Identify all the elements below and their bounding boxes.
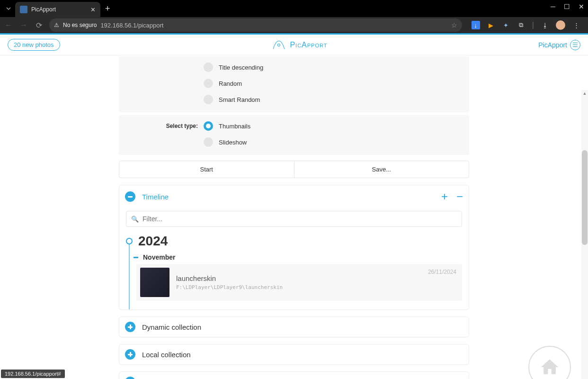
radio-icon[interactable] <box>204 137 213 147</box>
timeline-filter[interactable]: 🔍 <box>126 211 462 227</box>
hamburger-icon <box>570 40 580 50</box>
dynamic-collection-section: Dynamic collection <box>119 316 469 337</box>
home-fab-button[interactable] <box>528 346 571 379</box>
year-dot-icon <box>126 238 133 244</box>
browser-menu-icon[interactable]: ⋮ <box>572 21 580 29</box>
section-header[interactable]: Local collection <box>119 344 469 364</box>
filter-input[interactable] <box>143 215 457 223</box>
reload-button[interactable]: ⟳ <box>34 21 44 30</box>
back-button[interactable]: ← <box>4 21 13 29</box>
svg-point-0 <box>278 44 280 46</box>
month-label: November <box>143 253 175 261</box>
sort-option-label: Random <box>219 80 242 87</box>
tab-row: PicApport ✕ + ─ ☐ ✕ <box>0 0 588 17</box>
sort-option-label: Smart Random <box>219 96 260 103</box>
select-type-option-label: Thumbnails <box>219 123 250 130</box>
extension-icons: ↓ ▶ ✦ ⧉ | ⭳ ⋮ <box>468 20 584 30</box>
status-bar: 192.168.56.1/picapport# <box>1 370 65 378</box>
select-type-option-label: Slideshow <box>219 139 247 146</box>
radio-icon[interactable] <box>204 79 213 88</box>
timeline-header-actions: + − <box>441 190 463 203</box>
extension-download-manager-icon[interactable]: ↓ <box>472 21 480 29</box>
expand-icon[interactable] <box>125 322 135 332</box>
year-label: 2024 <box>138 234 168 249</box>
browser-tab[interactable]: PicApport ✕ <box>15 2 100 17</box>
home-icon <box>539 357 560 378</box>
sort-option-row[interactable]: Title descending <box>119 59 469 75</box>
forward-button[interactable]: → <box>19 21 28 29</box>
sort-options-panel: Title descending Random Smart Random <box>119 56 469 112</box>
timeline-body: 2024 November launcherskin F:\LDPlayer\L… <box>119 232 469 309</box>
entry-title: launcherskin <box>176 274 283 282</box>
month-tick-icon <box>134 257 138 258</box>
extensions-menu-icon[interactable]: ⧉ <box>517 21 526 29</box>
extension-generic-icon[interactable]: ✦ <box>502 21 510 29</box>
section-title: Dynamic collection <box>142 323 201 331</box>
timeline-section: Timeline + − 🔍 2024 November <box>119 185 469 310</box>
timeline-title: Timeline <box>142 193 169 201</box>
navigation-row: ← → ⟳ ⚠ No es seguro 192.168.56.1/picapp… <box>0 17 588 33</box>
minimize-button[interactable]: ─ <box>551 3 555 10</box>
entry-path: F:\LDPlayer\LDPlayer9\launcherskin <box>176 284 283 290</box>
collapse-icon[interactable] <box>125 191 135 202</box>
timeline-add-button[interactable]: + <box>441 190 448 203</box>
keywords-section: Keywords <box>119 371 469 379</box>
tab-title: PicApport <box>31 6 87 13</box>
sort-option-row[interactable]: Smart Random <box>119 91 469 108</box>
warning-icon: ⚠ <box>54 22 59 28</box>
action-buttons: Start Save... <box>119 161 469 178</box>
browser-chrome: PicApport ✕ + ─ ☐ ✕ ← → ⟳ ⚠ No es seguro… <box>0 0 588 33</box>
timeline-month-row[interactable]: November <box>134 253 462 261</box>
radio-icon[interactable] <box>204 121 213 131</box>
scrollbar-thumb[interactable] <box>582 150 588 245</box>
section-header[interactable]: Dynamic collection <box>119 317 469 337</box>
address-bar[interactable]: ⚠ No es seguro 192.168.56.1/picapport ☆ <box>49 18 462 32</box>
brand-text: PicApport <box>290 41 327 49</box>
extension-play-icon[interactable]: ▶ <box>487 21 495 29</box>
bookmark-star-icon[interactable]: ☆ <box>451 21 457 29</box>
brand-logo[interactable]: PicApport <box>271 38 327 52</box>
tab-dropdown-button[interactable] <box>4 4 13 13</box>
scrollbar-up-button[interactable]: ▲ <box>581 90 588 97</box>
section-title: Local collection <box>142 351 191 359</box>
window-controls: ─ ☐ ✕ <box>551 3 584 10</box>
expand-icon[interactable] <box>125 349 135 360</box>
sort-option-row[interactable]: Random <box>119 75 469 91</box>
url-text: 192.168.56.1/picapport <box>100 22 163 29</box>
new-photos-badge[interactable]: 20 new photos <box>8 39 60 51</box>
new-tab-button[interactable]: + <box>105 4 110 14</box>
entry-date: 26/11/2024 <box>428 269 456 275</box>
select-type-panel: Select type: Thumbnails Slideshow <box>119 115 469 155</box>
profile-avatar[interactable] <box>556 20 565 30</box>
timeline-line <box>129 241 130 309</box>
entry-thumbnail <box>140 268 169 297</box>
timeline-year-marker[interactable]: 2024 <box>126 234 462 249</box>
maximize-button[interactable]: ☐ <box>564 3 570 10</box>
close-window-button[interactable]: ✕ <box>579 3 584 10</box>
main-content: Title descending Random Smart Random Sel… <box>119 56 469 379</box>
timeline-header[interactable]: Timeline + − <box>119 185 469 208</box>
expand-icon[interactable] <box>125 377 135 379</box>
app-menu-button[interactable]: PicApport <box>538 40 580 50</box>
tab-close-button[interactable]: ✕ <box>90 6 96 13</box>
select-type-row[interactable]: Select type: Thumbnails <box>119 118 469 134</box>
entry-info: launcherskin F:\LDPlayer\LDPlayer9\launc… <box>176 274 283 290</box>
radio-icon[interactable] <box>204 63 213 72</box>
select-type-row[interactable]: Slideshow <box>119 134 469 150</box>
search-icon: 🔍 <box>131 216 139 223</box>
sort-option-label: Title descending <box>219 64 263 71</box>
brand-icon <box>271 38 287 52</box>
timeline-entry[interactable]: launcherskin F:\LDPlayer\LDPlayer9\launc… <box>136 264 462 301</box>
downloads-icon[interactable]: ⭳ <box>541 21 549 29</box>
save-button[interactable]: Save... <box>294 161 469 178</box>
security-label: No es seguro <box>63 22 97 28</box>
start-button[interactable]: Start <box>119 161 294 178</box>
select-type-label: Select type: <box>125 123 198 129</box>
app-menu-label: PicApport <box>538 41 567 49</box>
radio-icon[interactable] <box>204 95 213 104</box>
section-header[interactable]: Keywords <box>119 372 469 379</box>
timeline-remove-button[interactable]: − <box>456 190 463 203</box>
tab-favicon <box>20 6 27 13</box>
local-collection-section: Local collection <box>119 344 469 365</box>
app-topbar: 20 new photos PicApport PicApport <box>0 35 588 55</box>
